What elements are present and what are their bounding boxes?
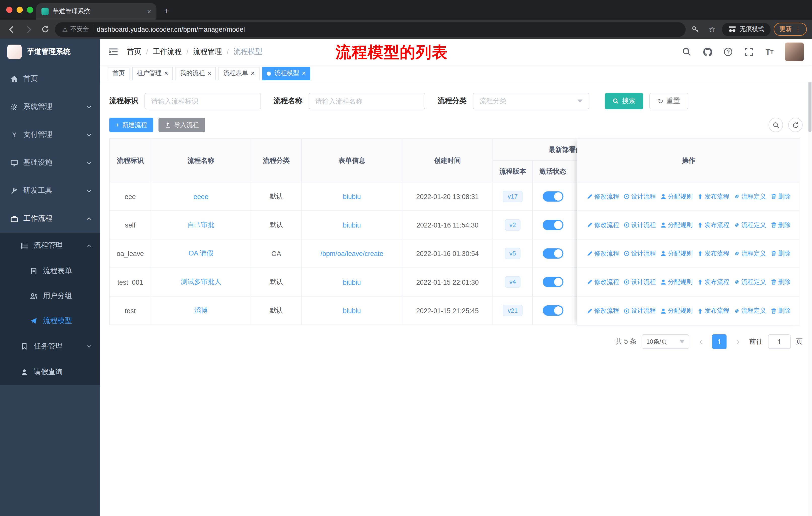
publish-process-link[interactable]: 发布流程	[697, 249, 729, 258]
sidebar-item-payment[interactable]: ¥ 支付管理	[0, 121, 100, 148]
tag-process-model[interactable]: 流程模型 ×	[262, 66, 311, 80]
form-info-link[interactable]: /bpm/oa/leave/create	[320, 250, 383, 257]
delete-link[interactable]: 删除	[770, 278, 790, 287]
assign-rule-link[interactable]: 分配规则	[660, 220, 693, 229]
modify-process-link[interactable]: 修改流程	[586, 192, 619, 201]
help-icon[interactable]	[723, 47, 733, 57]
delete-link[interactable]: 删除	[770, 192, 790, 201]
active-status-toggle[interactable]	[543, 277, 563, 287]
delete-link[interactable]: 删除	[770, 306, 790, 315]
sidebar-item-process-form[interactable]: 流程表单	[0, 259, 100, 284]
sidebar-item-leave-query[interactable]: 请假查询	[0, 359, 100, 385]
assign-rule-link[interactable]: 分配规则	[660, 278, 693, 287]
tab-close-icon[interactable]: ×	[147, 7, 151, 16]
assign-rule-link[interactable]: 分配规则	[660, 192, 693, 201]
page-size-select[interactable]: 10条/页	[642, 334, 689, 349]
process-name-link[interactable]: 测试多审批人	[181, 277, 221, 287]
new-tab-button[interactable]: +	[164, 6, 169, 17]
breadcrumb-home[interactable]: 首页	[127, 47, 141, 56]
font-size-icon[interactable]: TT	[764, 47, 775, 57]
publish-process-link[interactable]: 发布流程	[697, 220, 729, 229]
process-definition-link[interactable]: 流程定义	[733, 220, 766, 229]
form-info-link[interactable]: biubiu	[343, 278, 361, 286]
chrome-update-button[interactable]: 更新 ⋮	[774, 23, 807, 36]
address-bar[interactable]: ⚠ 不安全 dashboard.yudao.iocoder.cn/bpm/man…	[55, 22, 686, 36]
sidebar-item-infrastructure[interactable]: 基础设施	[0, 148, 100, 176]
process-category-select[interactable]: 流程分类	[473, 93, 589, 109]
tag-close-icon[interactable]: ×	[207, 70, 211, 77]
publish-process-link[interactable]: 发布流程	[697, 278, 729, 287]
page-scrollbar[interactable]	[808, 39, 812, 516]
tag-tenant-management[interactable]: 租户管理 ×	[132, 66, 173, 80]
sidebar-item-user-group[interactable]: 用户分组	[0, 283, 100, 308]
design-process-link[interactable]: 设计流程	[623, 249, 656, 258]
delete-link[interactable]: 删除	[770, 249, 790, 258]
forward-icon[interactable]	[22, 22, 35, 36]
design-process-link[interactable]: 设计流程	[623, 306, 656, 315]
modify-process-link[interactable]: 修改流程	[586, 220, 619, 229]
window-close-button[interactable]	[6, 7, 12, 13]
tag-close-icon[interactable]: ×	[164, 70, 168, 77]
process-name-link[interactable]: eeee	[194, 192, 209, 200]
process-definition-link[interactable]: 流程定义	[733, 192, 766, 201]
sidebar-item-process-model[interactable]: 流程模型	[0, 308, 100, 333]
back-icon[interactable]	[5, 22, 19, 36]
sidebar-item-process-management[interactable]: 流程管理	[0, 233, 100, 259]
user-avatar[interactable]	[785, 43, 804, 61]
goto-page-input[interactable]	[768, 334, 791, 349]
tag-close-icon[interactable]: ×	[302, 70, 306, 77]
reload-icon[interactable]	[38, 22, 52, 36]
active-status-toggle[interactable]	[543, 305, 563, 316]
process-definition-link[interactable]: 流程定义	[733, 306, 766, 315]
active-status-toggle[interactable]	[543, 191, 563, 201]
github-icon[interactable]	[702, 47, 713, 57]
key-icon[interactable]	[689, 22, 702, 36]
process-definition-link[interactable]: 流程定义	[733, 278, 766, 287]
tag-process-form[interactable]: 流程表单 ×	[219, 66, 260, 80]
window-zoom-button[interactable]	[27, 7, 33, 13]
window-minimize-button[interactable]	[17, 7, 23, 13]
search-button[interactable]: 搜索	[605, 93, 643, 109]
process-name-link[interactable]: 自己审批	[187, 220, 214, 229]
next-page-button[interactable]: ›	[732, 337, 744, 346]
modify-process-link[interactable]: 修改流程	[586, 306, 619, 315]
design-process-link[interactable]: 设计流程	[623, 192, 656, 201]
active-status-toggle[interactable]	[543, 248, 563, 259]
collapse-menu-icon[interactable]	[108, 47, 119, 57]
version-badge[interactable]: v17	[503, 191, 522, 202]
sidebar-item-system[interactable]: 系统管理	[0, 93, 100, 121]
url-text[interactable]: dashboard.yudao.iocoder.cn/bpm/manager/m…	[97, 25, 245, 33]
sidebar-item-dev-tools[interactable]: 研发工具	[0, 177, 100, 205]
tag-home[interactable]: 首页	[108, 66, 129, 80]
process-definition-link[interactable]: 流程定义	[733, 249, 766, 258]
publish-process-link[interactable]: 发布流程	[697, 192, 729, 201]
version-badge[interactable]: v21	[503, 305, 522, 316]
refresh-table-button[interactable]	[788, 118, 803, 132]
search-icon[interactable]	[682, 47, 692, 57]
version-badge[interactable]: v4	[505, 276, 521, 288]
fullscreen-icon[interactable]	[744, 47, 754, 57]
form-info-link[interactable]: biubiu	[343, 307, 361, 315]
delete-link[interactable]: 删除	[770, 220, 790, 229]
form-info-link[interactable]: biubiu	[343, 192, 361, 200]
assign-rule-link[interactable]: 分配规则	[660, 249, 693, 258]
assign-rule-link[interactable]: 分配规则	[660, 306, 693, 315]
sidebar-item-home[interactable]: 首页	[0, 65, 100, 93]
tag-close-icon[interactable]: ×	[251, 70, 255, 77]
tag-my-process[interactable]: 我的流程 ×	[175, 66, 216, 80]
design-process-link[interactable]: 设计流程	[623, 220, 656, 229]
form-info-link[interactable]: biubiu	[343, 221, 361, 229]
design-process-link[interactable]: 设计流程	[623, 278, 656, 287]
process-name-link[interactable]: OA 请假	[188, 249, 213, 258]
prev-page-button[interactable]: ‹	[694, 337, 707, 346]
sidebar-item-task-management[interactable]: 任务管理	[0, 333, 100, 359]
import-process-button[interactable]: 导入流程	[158, 118, 205, 132]
version-badge[interactable]: v2	[505, 219, 521, 230]
process-name-input[interactable]	[309, 93, 425, 109]
bookmark-star-icon[interactable]: ☆	[705, 22, 719, 36]
modify-process-link[interactable]: 修改流程	[586, 249, 619, 258]
menu-dots-icon[interactable]: ⋮	[795, 26, 801, 33]
process-name-link[interactable]: 滔博	[194, 306, 208, 315]
browser-tab[interactable]: 芋道管理系统 ×	[36, 3, 156, 20]
page-number-button[interactable]: 1	[712, 334, 727, 349]
